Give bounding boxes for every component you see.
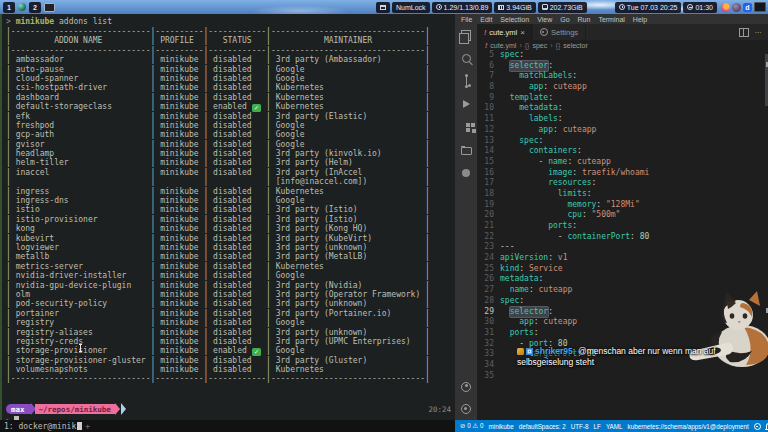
code-token: containers (529, 146, 577, 157)
close-icon[interactable]: × (520, 28, 525, 37)
terminal-pane[interactable]: > minikube addons list |----------------… (0, 14, 455, 420)
tmux-window-label[interactable]: 1: docker@minik (4, 422, 76, 431)
kubernetes-icon[interactable] (459, 166, 473, 180)
vscode-pane[interactable]: FileEditSelectionViewGoRunTerminalHelp (455, 14, 768, 420)
table-row: | dashboard | minikube | disabled | Kube… (6, 93, 451, 102)
line-number: 33 (477, 349, 500, 360)
code-token: : (529, 285, 539, 296)
clock-icon (619, 4, 625, 10)
code-token: spec (500, 50, 519, 61)
extensions-icon[interactable] (459, 120, 473, 134)
table-row: | auto-pause | minikube | disabled | Goo… (6, 65, 451, 74)
breadcrumb[interactable]: ! cute.yml › {} spec › {} selector (477, 40, 768, 50)
code-token: : (572, 71, 577, 82)
yaml-file-icon: ! (484, 29, 486, 36)
menu-help[interactable]: Help (633, 16, 647, 23)
tab-settings[interactable]: Settings (533, 24, 586, 40)
code-token: : (519, 50, 524, 61)
workspace-1[interactable]: 1 (3, 2, 15, 13)
account-icon[interactable] (459, 380, 473, 394)
code-line: 18 limits: (477, 189, 768, 200)
code-token: : (553, 125, 563, 136)
menu-edit[interactable]: Edit (480, 16, 492, 23)
status-item-default[interactable]: default (519, 423, 538, 430)
workspace-2[interactable]: 2 (29, 2, 41, 13)
search-icon[interactable] (459, 51, 473, 65)
line-number: 12 (477, 125, 500, 136)
status-item[interactable]: kubernetes://schema/apps/v1@deployment (628, 423, 749, 430)
firefox-icon[interactable] (721, 3, 730, 12)
docker-icon[interactable]: d (743, 3, 752, 12)
code-token: spec (519, 136, 538, 147)
prompt-symbol: > (6, 17, 11, 26)
run-debug-icon[interactable] (459, 97, 473, 111)
tab-label: cute.yml (489, 28, 517, 37)
globe-icon (18, 3, 26, 11)
gimp-icon[interactable] (732, 3, 741, 12)
source-control-icon[interactable] (459, 74, 473, 88)
split-editor-icon[interactable] (739, 28, 749, 37)
clock-indicator: Tue 07.03 20:25 (615, 2, 682, 13)
workspace-2-label: 2 (33, 3, 37, 12)
prompt-user: max (6, 404, 31, 414)
menu-run[interactable]: Run (578, 16, 591, 23)
code-token: : (548, 61, 553, 72)
table-row: | registry-creds | minikube | disabled |… (6, 337, 451, 346)
monitor-icon (44, 3, 55, 12)
addons-table: |-----------------------------|---------… (2, 27, 455, 384)
chat-username: shriker95: (535, 346, 576, 356)
code-token (500, 317, 519, 328)
line-number: 14 (477, 146, 500, 157)
tmux-status-bar[interactable]: 1: docker@minik + (0, 420, 455, 432)
code-token: kind (500, 264, 519, 275)
status-right: Spaces: 2UTF-8LFYAMLkubernetes://schema/… (538, 423, 768, 430)
menu-selection[interactable]: Selection (500, 16, 529, 23)
code-token: matchLabels (519, 71, 572, 82)
breadcrumb-item[interactable]: selector (563, 42, 588, 49)
status-item[interactable]: UTF-8 (571, 423, 589, 430)
code-line: 11 labels: (477, 114, 768, 125)
menu-file[interactable]: File (461, 16, 472, 23)
tab-bar: ! cute.yml × Settings ⋯ (477, 24, 768, 40)
load-indicator: 1.29/1.13/0.89 (432, 2, 493, 13)
line-number: 28 (477, 296, 500, 307)
remote-explorer-icon[interactable] (459, 143, 473, 157)
status-item[interactable]: Spaces: 2 (538, 423, 566, 430)
display-tray-icon[interactable] (754, 2, 766, 12)
explorer-icon[interactable] (459, 28, 473, 42)
code-line: 17 resources: (477, 178, 768, 189)
table-row: | kong | minikube | disabled | 3rd party… (6, 224, 451, 233)
code-token: containerPort (567, 232, 630, 243)
problems-indicator[interactable]: ⊘ 0 ⚠ 0 (460, 422, 484, 430)
menu-go[interactable]: Go (560, 16, 569, 23)
code-token (500, 71, 519, 82)
more-actions-icon[interactable]: ⋯ (755, 28, 763, 37)
command-args: addons list (54, 17, 112, 26)
line-number: 22 (477, 232, 500, 243)
code-token: : (539, 274, 544, 285)
menu-terminal[interactable]: Terminal (598, 16, 624, 23)
code-token: : (572, 221, 577, 232)
table-header: | ADDON NAME | PROFILE | STATUS | MAINTA… (6, 36, 451, 45)
tab-cute-yml[interactable]: ! cute.yml × (477, 24, 533, 40)
load-value: 1.29/1.13/0.89 (444, 3, 489, 12)
code-line: 25kind: Service (477, 264, 768, 275)
table-row-continued: | | | | [info@inaccel.com]) | (6, 177, 451, 186)
memory-icon (498, 5, 504, 10)
line-number: 25 (477, 264, 500, 275)
feedback-icon[interactable] (754, 423, 761, 430)
status-item[interactable]: YAML (606, 423, 623, 430)
status-item[interactable]: LF (594, 423, 601, 430)
line-number: 11 (477, 114, 500, 125)
line-number: 27 (477, 285, 500, 296)
code-token: : (519, 264, 529, 275)
line-number: 17 (477, 178, 500, 189)
code-token: 80 (640, 232, 650, 243)
status-item-minikube[interactable]: minikube (489, 423, 514, 430)
breadcrumb-file[interactable]: cute.yml (490, 42, 516, 49)
menu-view[interactable]: View (537, 16, 552, 23)
code-editor[interactable]: 5spec:6 selector:7 matchLabels:8 app: cu… (477, 50, 768, 420)
code-line: 23--- (477, 242, 768, 253)
breadcrumb-item[interactable]: spec (532, 42, 547, 49)
settings-gear-icon[interactable] (459, 402, 473, 416)
